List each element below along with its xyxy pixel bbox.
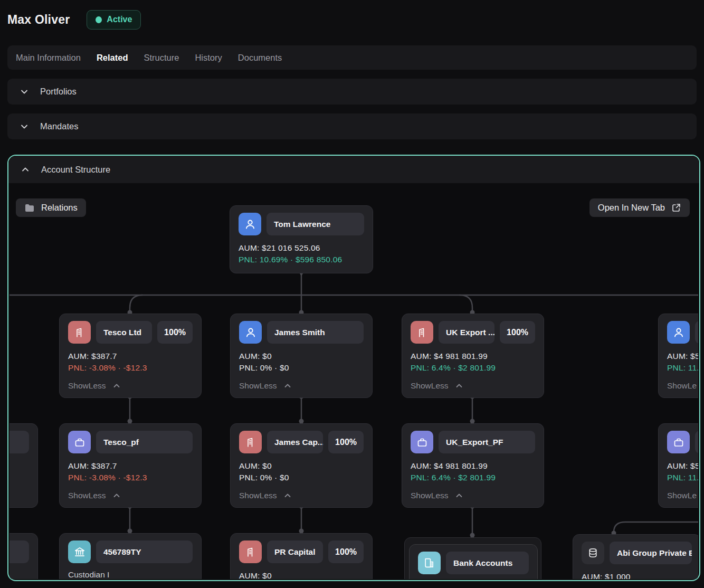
tree-node-uk-export[interactable]: UK Export ... 100% AUM: $4 981 801.99 PN… xyxy=(402,314,544,398)
tab-history[interactable]: History xyxy=(195,53,222,63)
node-aum: AUM: $387.7 xyxy=(68,460,193,472)
status-label: Active xyxy=(107,15,132,24)
chevron-up-icon xyxy=(112,491,121,500)
section-mandates-label: Mandates xyxy=(40,121,78,131)
show-less-toggle[interactable]: ShowLess xyxy=(411,381,535,391)
node-subtitle: Custodian I xyxy=(68,570,193,579)
show-less-toggle[interactable]: ShowLe xyxy=(667,381,698,391)
tree-node-partial-left[interactable] xyxy=(9,533,38,579)
chevron-up-icon xyxy=(21,165,30,174)
node-pnl: PNL: 10.69% · $596 850.06 xyxy=(239,254,364,265)
node-share-badge: 100% xyxy=(157,321,193,344)
node-name: PR Capital xyxy=(267,540,323,563)
node-aum: AUM: $4 981 801.99 xyxy=(411,350,535,362)
section-account-structure[interactable]: Account Structure xyxy=(8,156,699,183)
node-name xyxy=(9,431,29,453)
node-name: P xyxy=(695,431,698,453)
node-aum: AUM: $0 xyxy=(239,460,364,472)
tab-related[interactable]: Related xyxy=(97,53,128,63)
node-aum: AUM: $0 xyxy=(239,570,364,579)
node-pnl: PNL: -3.08% · -$12.3 xyxy=(68,472,193,483)
tree-node-pr-capital[interactable]: PR Capital 100% AUM: $0 xyxy=(230,533,373,579)
portfolio-icon xyxy=(667,431,690,453)
node-pnl: PNL: 11.2 xyxy=(667,362,698,374)
node-aum: AUM: $0 xyxy=(239,350,364,362)
bank-accounts-icon xyxy=(418,552,441,574)
section-mandates[interactable]: Mandates xyxy=(7,113,697,139)
company-icon xyxy=(239,431,262,453)
node-pnl: PNL: 0% · $0 xyxy=(239,472,364,483)
tree-group-bank-accounts: Bank Accounts ShowLess xyxy=(404,537,541,579)
external-link-icon xyxy=(671,203,681,213)
tree-node-bank-accounts[interactable]: Bank Accounts ShowLess xyxy=(409,544,538,579)
status-dot-icon xyxy=(96,16,102,23)
node-share-badge: 100% xyxy=(328,431,364,453)
chevron-up-icon xyxy=(455,382,463,390)
node-pnl: PNL: -3.08% · -$12.3 xyxy=(68,362,193,374)
node-name: UK Export ... xyxy=(439,321,494,344)
open-in-new-tab-button[interactable]: Open In New Tab xyxy=(589,198,690,217)
node-name: M xyxy=(695,321,698,344)
portfolio-icon xyxy=(68,431,91,453)
node-aum: AUM: $21 016 525.06 xyxy=(239,242,364,254)
tree-node-partial-right[interactable]: M AUM: $5 PNL: 11.2 ShowLe xyxy=(658,314,698,398)
tab-documents[interactable]: Documents xyxy=(238,53,282,63)
node-name: James Smith xyxy=(267,321,364,344)
node-name: Tesco_pf xyxy=(96,431,193,453)
node-pnl: PNL: 11.2 xyxy=(667,472,698,483)
chevron-down-icon xyxy=(20,88,28,96)
folder-icon xyxy=(24,203,35,213)
tree-node-tesco-pf[interactable]: Tesco_pf AUM: $387.7 PNL: -3.08% · -$12.… xyxy=(59,423,202,508)
node-share-badge: 100% xyxy=(328,540,364,563)
show-less-label: ShowLe xyxy=(667,381,697,391)
chevron-up-icon xyxy=(283,382,292,390)
show-less-toggle[interactable]: ShowLe xyxy=(667,491,698,500)
section-portfolios[interactable]: Portfolios xyxy=(7,79,697,105)
node-aum: AUM: $387.7 xyxy=(68,350,193,362)
show-less-toggle[interactable]: ShowLess xyxy=(68,491,193,500)
company-icon xyxy=(239,540,262,563)
page-title: Max Oliver xyxy=(7,13,70,27)
node-name: Tom Lawrence xyxy=(267,213,364,235)
tree-node-partial-left[interactable] xyxy=(9,423,38,508)
show-less-toggle[interactable]: ShowLess xyxy=(239,491,364,500)
page-header: Max Oliver Active xyxy=(0,0,704,32)
show-less-label: ShowLess xyxy=(239,381,277,391)
show-less-toggle[interactable]: ShowLess xyxy=(411,491,535,500)
person-icon xyxy=(239,213,261,235)
node-aum: AUM: $4 981 801.99 xyxy=(411,460,535,472)
tab-main-information[interactable]: Main Information xyxy=(16,53,81,63)
node-name: James Cap... xyxy=(267,431,323,453)
relations-button[interactable]: Relations xyxy=(16,198,86,217)
relations-label: Relations xyxy=(41,203,78,213)
chevron-up-icon xyxy=(455,491,463,500)
show-less-label: ShowLess xyxy=(411,381,449,391)
tab-structure[interactable]: Structure xyxy=(144,53,179,63)
tree-node-james-smith[interactable]: James Smith AUM: $0 PNL: 0% · $0 ShowLes… xyxy=(230,314,373,398)
show-less-toggle[interactable]: ShowLess xyxy=(68,381,193,391)
tree-node-456789ty[interactable]: 456789TY Custodian I xyxy=(59,533,202,579)
tree-node-james-cap[interactable]: James Cap... 100% AUM: $0 PNL: 0% · $0 S… xyxy=(230,423,373,508)
show-less-toggle[interactable]: ShowLess xyxy=(239,381,364,391)
node-aum: AUM: $5 xyxy=(667,460,698,472)
status-badge: Active xyxy=(87,10,141,30)
tree-node-tesco-ltd[interactable]: Tesco Ltd 100% AUM: $387.7 PNL: -3.08% ·… xyxy=(59,314,202,398)
show-less-label: ShowLess xyxy=(411,491,449,500)
person-icon xyxy=(239,321,262,344)
person-icon xyxy=(667,321,690,344)
node-pnl: PNL: 6.4% · $2 801.99 xyxy=(411,472,535,483)
show-less-label: ShowLe xyxy=(667,491,697,500)
tree-node-partial-right[interactable]: P AUM: $5 PNL: 11.2 ShowLe xyxy=(658,423,698,508)
chevron-down-icon xyxy=(20,122,28,131)
tree-node-abi-group[interactable]: Abi Group Private Eq.. AUM: $1 000 xyxy=(573,534,698,579)
node-name: 456789TY xyxy=(96,540,193,563)
node-share-badge: 100% xyxy=(500,321,535,344)
tree-node-uk-export-pf[interactable]: UK_Export_PF AUM: $4 981 801.99 PNL: 6.4… xyxy=(402,423,544,508)
node-aum: AUM: $5 xyxy=(667,350,698,362)
chevron-up-icon xyxy=(112,382,121,390)
tab-bar: Main Information Related Structure Histo… xyxy=(7,45,697,70)
section-portfolios-label: Portfolios xyxy=(40,87,77,97)
node-name xyxy=(9,540,29,563)
tree-node-tom-lawrence[interactable]: Tom Lawrence AUM: $21 016 525.06 PNL: 10… xyxy=(230,205,373,273)
node-aum: AUM: $1 000 xyxy=(582,571,692,579)
